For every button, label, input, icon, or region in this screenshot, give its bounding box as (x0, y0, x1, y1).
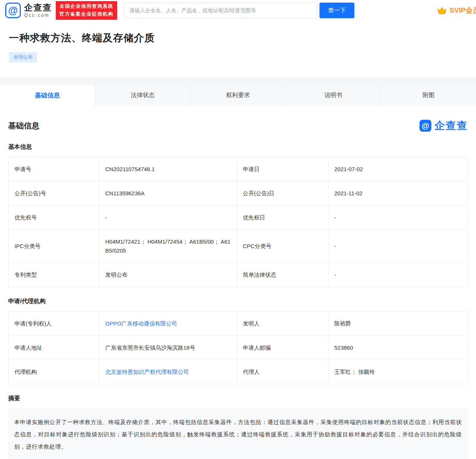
value-inventor: 陈裕爵 (328, 312, 468, 336)
label-applicant: 申请(专利权)人 (9, 312, 99, 336)
page-title: 一种求救方法、终端及存储介质 (9, 31, 467, 45)
value-publication-date: 2021-11-02 (328, 182, 468, 206)
value-agent: 王军红； 张颖玲 (328, 360, 468, 384)
qcc-logo-icon: @ (5, 3, 21, 18)
label-applicant-address: 申请人地址 (9, 336, 99, 360)
label-application-date: 申请日 (237, 157, 328, 182)
section-head-row: 基础信息 @ 企查查 (8, 119, 468, 133)
basic-info-heading: 基本信息 (8, 143, 468, 151)
basic-info-table: 申请号 CN202110754746.1 申请日 2021-07-02 公开(公… (8, 157, 468, 287)
value-patent-type: 发明公布 (99, 263, 237, 287)
official-credit-badge-line1: 全国企业信用查询系统 (60, 3, 113, 10)
value-applicant-address: 广东省东莞市长安镇乌沙海滨路18号 (99, 336, 237, 360)
patent-type-badge: 发明公布 (9, 52, 37, 62)
value-application-date: 2021-07-02 (328, 157, 468, 182)
tab-basic-info[interactable]: 基础信息 (0, 85, 95, 106)
official-credit-badge: 全国企业信用查询系统 官方备案企业征信机构 (56, 1, 117, 20)
search-input[interactable] (124, 3, 317, 18)
applicant-link[interactable]: OPPO广东移动通信有限公司 (105, 320, 177, 327)
label-legal-status: 简单法律状态 (237, 263, 328, 287)
brand-text: 企查查 Qcc.com (24, 3, 52, 18)
label-agency: 代理机构 (9, 360, 99, 384)
label-ipc-class: IPC分类号 (9, 230, 99, 263)
table-row: 代理机构 北京派特恩知识产权代理有限公司 代理人 王军红； 张颖玲 (9, 360, 468, 384)
qcc-logo[interactable]: @ 企查查 Qcc.com (5, 3, 52, 18)
top-header: @ 企查查 Qcc.com 全国企业信用查询系统 官方备案企业征信机构 查一下 … (0, 0, 476, 21)
main-content: 基础信息 @ 企查查 基本信息 申请号 CN202110754746.1 申请日… (0, 106, 476, 459)
table-row: 申请号 CN202110754746.1 申请日 2021-07-02 (9, 157, 468, 182)
qcc-watermark-name: 企查查 (434, 119, 468, 133)
abstract-text: 本申请实施例公开了一种求救方法、终端及存储介质，其中，终端包括信息采集器件，方法… (8, 408, 468, 459)
label-postal-code: 申请人邮编 (237, 336, 328, 360)
tab-drawings[interactable]: 附图 (381, 85, 476, 106)
tab-description[interactable]: 说明书 (286, 85, 381, 106)
tab-legal-status[interactable]: 法律状态 (95, 85, 190, 106)
value-priority-date: - (328, 206, 468, 230)
value-cpc-class: - (328, 230, 468, 263)
svip-link[interactable]: SVIP会员 (437, 0, 476, 21)
search-button[interactable]: 查一下 (319, 3, 354, 18)
label-agent: 代理人 (237, 360, 328, 384)
value-legal-status: - (328, 263, 468, 287)
value-postal-code: 523860 (328, 336, 468, 360)
table-row: 申请(专利权)人 OPPO广东移动通信有限公司 发明人 陈裕爵 (9, 312, 468, 336)
value-priority-number: - (99, 206, 237, 230)
table-row: 公开(公告)号 CN113596236A 公开(公告)日 2021-11-02 (9, 182, 468, 206)
qcc-watermark-icon: @ (419, 120, 431, 132)
agency-table: 申请(专利权)人 OPPO广东移动通信有限公司 发明人 陈裕爵 申请人地址 广东… (8, 311, 468, 384)
tab-claims[interactable]: 权利要求 (190, 85, 285, 106)
label-publication-date: 公开(公告)日 (237, 182, 328, 206)
qcc-watermark: @ 企查查 (419, 119, 468, 133)
value-ipc-class: H04M1/72421； H04M1/72454； A61B5/00； A61B… (99, 230, 237, 263)
page: @ 企查查 Qcc.com 全国企业信用查询系统 官方备案企业征信机构 查一下 … (0, 0, 476, 459)
brand-domain: Qcc.com (24, 13, 52, 18)
section-title: 基础信息 (8, 121, 39, 131)
table-row: 专利类型 发明公布 简单法律状态 - (9, 263, 468, 287)
label-application-number: 申请号 (9, 157, 99, 182)
agency-heading: 申请/代理机构 (8, 298, 468, 305)
svip-label: SVIP会员 (450, 6, 476, 15)
table-row: 优先权号 - 优先权日 - (9, 206, 468, 230)
section-gap (0, 77, 476, 85)
tab-bar: 基础信息 法律状态 权利要求 说明书 附图 (0, 85, 476, 106)
crown-icon (437, 6, 447, 15)
table-row: 申请人地址 广东省东莞市长安镇乌沙海滨路18号 申请人邮编 523860 (9, 336, 468, 360)
search-bar: 查一下 (124, 3, 354, 18)
label-priority-date: 优先权日 (237, 206, 328, 230)
label-priority-number: 优先权号 (9, 206, 99, 230)
label-publication-number: 公开(公告)号 (9, 182, 99, 206)
abstract-heading: 摘要 (8, 395, 468, 402)
label-cpc-class: CPC分类号 (237, 230, 328, 263)
value-application-number: CN202110754746.1 (99, 157, 237, 182)
value-agency: 北京派特恩知识产权代理有限公司 (99, 360, 237, 384)
table-row: IPC分类号 H04M1/72421； H04M1/72454； A61B5/0… (9, 230, 468, 263)
value-publication-number: CN113596236A (99, 182, 237, 206)
value-applicant: OPPO广东移动通信有限公司 (99, 312, 237, 336)
label-patent-type: 专利类型 (9, 263, 99, 287)
patent-title-section: 一种求救方法、终端及存储介质 发明公布 (0, 21, 476, 77)
agency-link[interactable]: 北京派特恩知识产权代理有限公司 (105, 369, 189, 375)
label-inventor: 发明人 (237, 312, 328, 336)
official-credit-badge-line2: 官方备案企业征信机构 (60, 10, 113, 18)
brand-name: 企查查 (24, 3, 52, 12)
